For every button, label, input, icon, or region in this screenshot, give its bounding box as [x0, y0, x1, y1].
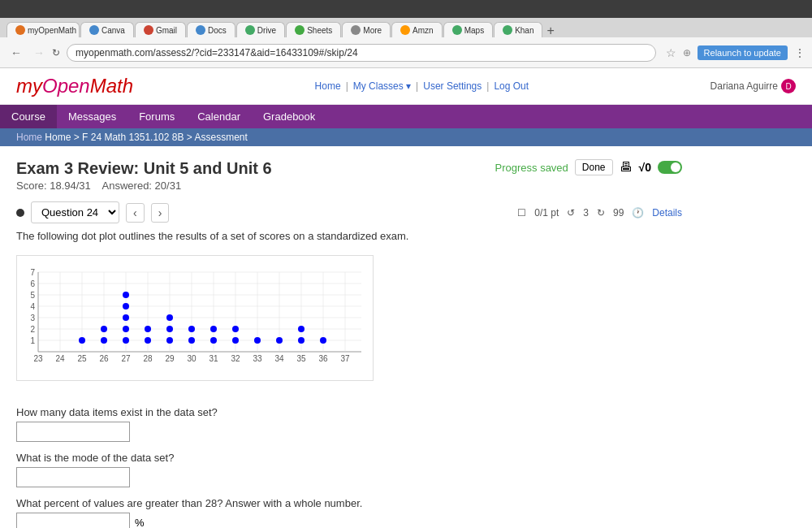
- svg-text:26: 26: [99, 354, 109, 363]
- skip-count: 99: [613, 207, 624, 219]
- logo-math: Math: [90, 75, 133, 97]
- relaunch-button[interactable]: Relaunch to update: [698, 45, 788, 60]
- toggle-switch[interactable]: [658, 161, 682, 174]
- reload-button[interactable]: ↻: [52, 45, 60, 61]
- active-tab[interactable]: myOpenMath: [6, 22, 80, 37]
- tab-bar: myOpenMath Canva Gmail Docs Drive Sheets…: [0, 18, 812, 37]
- q3-input[interactable]: [16, 513, 130, 528]
- exam-title-block: Exam 3 Review: Unit 5 and Unit 6 Score: …: [16, 159, 272, 192]
- site-header: myOpenMath Home | My Classes ▾ | User Se…: [0, 68, 812, 105]
- svg-text:5: 5: [30, 291, 35, 300]
- q3-label: What percent of values are greater than …: [16, 497, 682, 509]
- dot: [166, 326, 173, 332]
- svg-text:34: 34: [274, 354, 284, 363]
- tab-9[interactable]: Maps: [443, 22, 493, 37]
- header-user: Dariana Aguirre D: [710, 79, 796, 93]
- progress-saved: Progress saved: [495, 162, 568, 174]
- site-logo: myOpenMath: [16, 75, 133, 97]
- prev-question-button[interactable]: ‹: [126, 203, 145, 223]
- q1-input[interactable]: [16, 422, 130, 442]
- page-wrapper: myOpenMath Home | My Classes ▾ | User Se…: [0, 68, 812, 528]
- tab-7[interactable]: More: [342, 22, 391, 37]
- exam-score-line: Score: 18.94/31 Answered: 20/31: [16, 180, 272, 192]
- nav-home[interactable]: Home: [315, 80, 341, 92]
- svg-text:2: 2: [30, 325, 35, 334]
- nav-myclasses[interactable]: My Classes ▾: [353, 80, 411, 92]
- dot: [232, 337, 239, 344]
- q2-input[interactable]: [16, 467, 130, 487]
- svg-text:25: 25: [77, 354, 87, 363]
- url-bar[interactable]: [67, 44, 656, 62]
- sep1: |: [346, 80, 348, 92]
- q2-label: What is the mode of the data set?: [16, 452, 682, 464]
- svg-text:33: 33: [253, 354, 262, 363]
- dot: [123, 326, 129, 332]
- done-button[interactable]: Done: [575, 159, 613, 175]
- details-link[interactable]: Details: [652, 207, 682, 219]
- forward-button[interactable]: →: [29, 45, 49, 61]
- clock-icon: 🕐: [632, 207, 644, 219]
- svg-text:28: 28: [143, 354, 153, 363]
- dot: [123, 314, 129, 321]
- tab-3[interactable]: Gmail: [135, 22, 186, 37]
- retry-count: 3: [583, 207, 589, 219]
- dot: [101, 326, 107, 332]
- retry-icon: ↺: [567, 207, 575, 219]
- dot: [145, 337, 151, 344]
- svg-text:6: 6: [30, 279, 35, 288]
- tab-8[interactable]: Amzn: [391, 22, 443, 37]
- dot: [298, 326, 304, 332]
- new-tab-button[interactable]: +: [546, 24, 554, 37]
- q3-unit: %: [135, 517, 145, 528]
- content-area: Exam 3 Review: Unit 5 and Unit 6 Score: …: [0, 146, 698, 528]
- q2-block: What is the mode of the data set?: [16, 452, 682, 487]
- tab-6[interactable]: Sheets: [286, 22, 341, 37]
- logo-my: my: [16, 75, 42, 97]
- svg-text:29: 29: [165, 354, 175, 363]
- nav-course[interactable]: Course: [0, 105, 57, 128]
- q1-label: How many data items exist in the data se…: [16, 406, 682, 418]
- question-selector[interactable]: Question 24: [31, 201, 119, 223]
- nav-messages[interactable]: Messages: [57, 105, 127, 128]
- svg-text:4: 4: [30, 302, 35, 311]
- dot: [123, 292, 129, 298]
- tab-10[interactable]: Khan: [494, 22, 542, 37]
- dot-plot-container: 7 6 5 4 3 2 1: [16, 255, 374, 381]
- dot: [254, 337, 261, 344]
- dot: [123, 337, 129, 344]
- breadcrumb: Home Home > F 24 Math 1351.102 8B > Asse…: [0, 128, 812, 146]
- tab-2[interactable]: Canva: [80, 22, 134, 37]
- extension-icon-1: ⊕: [683, 47, 691, 58]
- next-question-button[interactable]: ›: [151, 203, 170, 223]
- nav-forums[interactable]: Forums: [127, 105, 186, 128]
- svg-text:31: 31: [209, 354, 218, 363]
- bookmark-icon[interactable]: ☆: [666, 46, 676, 59]
- print-icon[interactable]: 🖶: [620, 160, 633, 175]
- back-button[interactable]: ←: [6, 45, 26, 61]
- svg-text:36: 36: [318, 354, 328, 363]
- browser-chrome: [0, 0, 812, 18]
- breadcrumb-text: Home > F 24 Math 1351.102 8B > Assessmen…: [45, 132, 247, 143]
- nav-calendar[interactable]: Calendar: [186, 105, 252, 128]
- svg-text:27: 27: [121, 354, 131, 363]
- tab-5[interactable]: Drive: [236, 22, 285, 37]
- browser-toolbar: ← → ↻ ☆ ⊕ Relaunch to update ⋮: [0, 37, 812, 68]
- browser-menu-button[interactable]: ⋮: [794, 46, 806, 59]
- breadcrumb-home[interactable]: Home: [16, 132, 42, 143]
- sqrt-icon: √0: [639, 161, 651, 174]
- dot: [320, 337, 326, 344]
- q1-block: How many data items exist in the data se…: [16, 406, 682, 442]
- score-label: Score:: [16, 180, 47, 192]
- exam-title: Exam 3 Review: Unit 5 and Unit 6: [16, 159, 272, 178]
- q3-block: What percent of values are greater than …: [16, 497, 682, 528]
- question-prompt: The following dot plot outlines the resu…: [16, 230, 682, 242]
- dot: [166, 337, 173, 344]
- tab-4[interactable]: Docs: [187, 22, 235, 37]
- dot: [210, 337, 217, 344]
- dot: [123, 303, 129, 309]
- nav-gradebook[interactable]: Gradebook: [252, 105, 326, 128]
- nav-logout[interactable]: Log Out: [494, 80, 529, 92]
- svg-text:32: 32: [231, 354, 240, 363]
- dot: [101, 337, 107, 344]
- nav-usersettings[interactable]: User Settings: [423, 80, 482, 92]
